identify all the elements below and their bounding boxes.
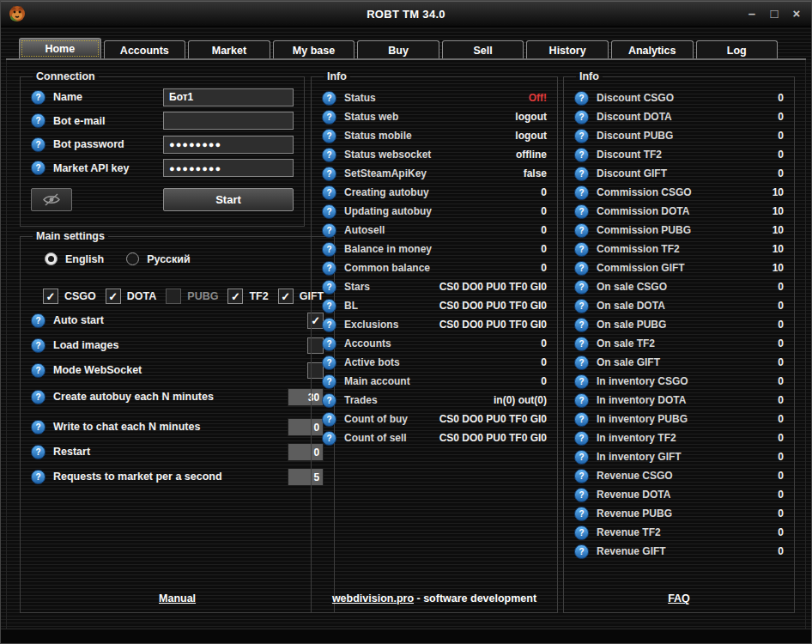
- password-input[interactable]: [163, 136, 294, 154]
- site-footer: webdivision.pro - software development: [312, 592, 557, 605]
- help-icon[interactable]: [31, 470, 45, 484]
- help-icon[interactable]: [574, 412, 589, 427]
- checkbox-dota[interactable]: DOTA: [106, 289, 157, 304]
- checkbox-tf2[interactable]: TF2: [227, 289, 268, 304]
- help-icon[interactable]: [31, 338, 45, 353]
- help-icon[interactable]: [322, 185, 336, 200]
- help-icon[interactable]: [322, 167, 336, 181]
- radio-russian-label: Русский: [147, 253, 191, 265]
- radio-russian[interactable]: Русский: [126, 252, 191, 265]
- help-icon[interactable]: [31, 161, 45, 175]
- help-icon[interactable]: [574, 374, 589, 389]
- start-button[interactable]: Start: [163, 188, 294, 211]
- tab-market[interactable]: Market: [188, 40, 270, 59]
- info-row-value: 10: [773, 224, 784, 236]
- manual-link[interactable]: Manual: [159, 592, 196, 605]
- info-row: On sale CSGO 0: [574, 277, 784, 296]
- help-icon[interactable]: [322, 412, 336, 427]
- help-icon[interactable]: [574, 488, 589, 502]
- email-input[interactable]: [163, 112, 294, 130]
- tab-my-base[interactable]: My base: [273, 40, 355, 59]
- help-icon[interactable]: [322, 355, 336, 370]
- help-icon[interactable]: [574, 526, 589, 540]
- help-icon[interactable]: [574, 242, 589, 257]
- help-icon[interactable]: [574, 318, 589, 332]
- help-icon[interactable]: [574, 129, 589, 143]
- help-icon[interactable]: [574, 167, 589, 181]
- api-key-input[interactable]: [163, 159, 294, 177]
- help-icon[interactable]: [322, 223, 336, 238]
- help-icon[interactable]: [31, 390, 45, 404]
- checkbox-csgo[interactable]: CSGO: [43, 289, 96, 304]
- tab-log[interactable]: Log: [696, 40, 779, 59]
- radio-english[interactable]: English: [45, 252, 104, 265]
- help-icon[interactable]: [574, 223, 589, 238]
- info-row-label: Status mobile: [344, 130, 412, 142]
- tab-home[interactable]: Home: [19, 38, 101, 59]
- help-icon[interactable]: [322, 393, 336, 408]
- tab-buy[interactable]: Buy: [357, 40, 439, 59]
- help-icon[interactable]: [31, 445, 45, 459]
- help-icon[interactable]: [322, 204, 336, 219]
- name-input[interactable]: [163, 88, 294, 106]
- webdivision-link[interactable]: webdivision.pro: [332, 592, 414, 605]
- help-icon[interactable]: [574, 299, 589, 313]
- main-settings-panel: Main settings English Русский CSGO DOTA: [20, 230, 335, 613]
- help-icon[interactable]: [322, 261, 336, 276]
- tab-sell[interactable]: Sell: [442, 40, 524, 59]
- show-password-button[interactable]: [31, 188, 72, 211]
- info-row-label: On sale CSGO: [597, 281, 667, 293]
- help-icon[interactable]: [322, 431, 336, 446]
- info-row-label: In inventory GIFT: [597, 451, 682, 463]
- info-row-label: Discount DOTA: [597, 111, 672, 123]
- help-icon[interactable]: [322, 299, 336, 313]
- tab-analytics[interactable]: Analytics: [611, 40, 694, 59]
- help-icon[interactable]: [322, 280, 336, 295]
- help-icon[interactable]: [322, 337, 336, 351]
- help-icon[interactable]: [574, 280, 589, 295]
- help-icon[interactable]: [31, 90, 45, 105]
- help-icon[interactable]: [31, 113, 45, 128]
- help-icon[interactable]: [574, 469, 589, 483]
- info-row: Commission DOTA 10: [574, 202, 784, 221]
- minimize-button[interactable]: –: [744, 6, 760, 21]
- help-icon[interactable]: [574, 110, 589, 125]
- tab-accounts[interactable]: Accounts: [104, 40, 186, 59]
- help-icon[interactable]: [574, 91, 589, 106]
- info-panel-right: Info Discount CSGO 0 Discount DOTA 0 Dis…: [563, 70, 795, 613]
- help-icon[interactable]: [31, 420, 45, 434]
- help-icon[interactable]: [322, 129, 336, 143]
- help-icon[interactable]: [31, 363, 45, 378]
- help-icon[interactable]: [574, 204, 589, 219]
- help-icon[interactable]: [574, 431, 589, 446]
- maximize-button[interactable]: □: [767, 6, 782, 21]
- help-icon[interactable]: [322, 242, 336, 257]
- help-icon[interactable]: [574, 185, 589, 200]
- info-row-value: 0: [778, 451, 784, 463]
- help-icon[interactable]: [322, 148, 336, 162]
- help-icon[interactable]: [322, 318, 336, 332]
- checkbox-pubg[interactable]: PUBG: [166, 289, 218, 304]
- load-images-row: Load images: [31, 337, 324, 354]
- info-row: On sale DOTA 0: [574, 296, 784, 315]
- help-icon[interactable]: [574, 507, 589, 521]
- help-icon[interactable]: [322, 110, 336, 125]
- help-icon[interactable]: [31, 137, 45, 152]
- radio-russian-circle: [126, 252, 139, 265]
- help-icon[interactable]: [574, 544, 589, 559]
- info-row: Exclusions CS0 DO0 PU0 TF0 GI0: [322, 315, 547, 334]
- info-row-label: Status websocket: [344, 149, 431, 161]
- help-icon[interactable]: [574, 148, 589, 162]
- close-button[interactable]: ×: [789, 6, 804, 21]
- faq-link[interactable]: FAQ: [668, 592, 690, 605]
- help-icon[interactable]: [322, 374, 336, 389]
- help-icon[interactable]: [574, 261, 589, 276]
- help-icon[interactable]: [574, 355, 589, 370]
- help-icon[interactable]: [574, 337, 589, 351]
- help-icon[interactable]: [574, 450, 589, 465]
- help-icon[interactable]: [322, 91, 336, 106]
- help-icon[interactable]: [31, 313, 45, 328]
- info-row-label: On sale PUBG: [597, 319, 666, 331]
- tab-history[interactable]: History: [526, 40, 609, 59]
- help-icon[interactable]: [574, 393, 589, 408]
